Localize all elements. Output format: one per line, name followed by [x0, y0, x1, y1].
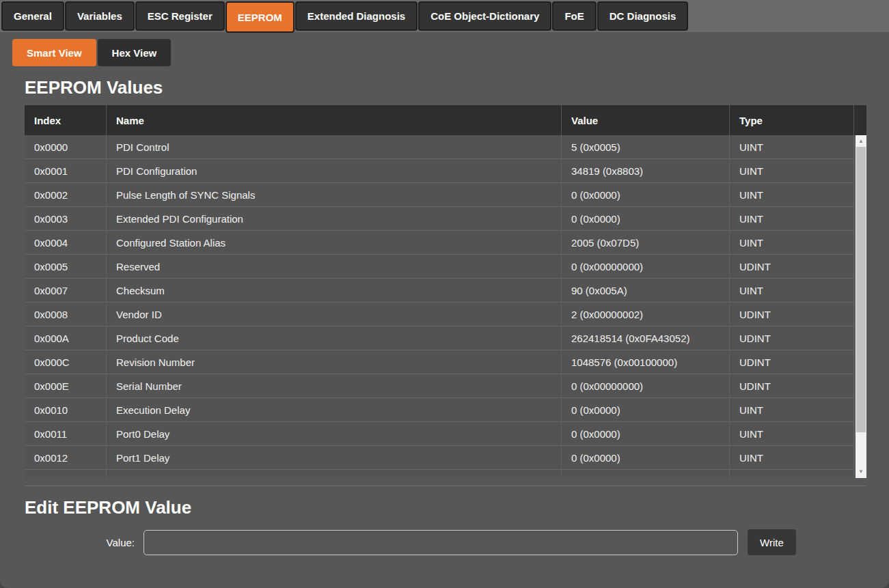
cell-value: 0 (0x0000) [562, 446, 730, 469]
cell-name: Product Code [107, 326, 562, 350]
cell-name: Vendor ID [107, 303, 562, 326]
cell-value: 262418514 (0x0FA43052) [562, 326, 730, 350]
tab-eeprom[interactable]: EEPROM [225, 1, 295, 33]
app-window: GeneralVariablesESC RegisterEEPROMExtend… [0, 0, 889, 588]
cell-value: 0 (0x00000000) [562, 374, 730, 397]
cell-name: Reserved [107, 470, 562, 478]
column-header-name: Name [107, 105, 562, 135]
cell-index: 0x0002 [25, 183, 107, 206]
tab-extended-diagnosis[interactable]: Extended Diagnosis [295, 1, 418, 31]
table-row[interactable]: 0x0004Configured Station Alias2005 (0x07… [25, 231, 854, 255]
table-scrollbar[interactable]: ▲ ▼ [856, 135, 866, 478]
table-header: Index Name Value Type [25, 105, 866, 135]
cell-index: 0x0003 [25, 207, 107, 230]
view-toggle: Smart ViewHex View [12, 39, 889, 66]
table-row[interactable]: 0x0007Checksum90 (0x005A)UINT [25, 279, 854, 303]
cell-index: 0x0011 [25, 422, 107, 445]
cell-type: UINT [730, 183, 854, 206]
write-button[interactable]: Write [748, 529, 796, 555]
table-row[interactable]: 0x0010Execution Delay0 (0x0000)UINT [25, 398, 854, 422]
value-input[interactable] [143, 530, 738, 555]
cell-type: UINT [730, 470, 854, 478]
cell-type: UINT [730, 279, 854, 302]
cell-value: 0 (0x00000000) [562, 255, 730, 278]
cell-name: Checksum [107, 279, 562, 302]
cell-name: Extended PDI Configuration [107, 207, 562, 230]
cell-name: PDI Control [107, 135, 562, 158]
cell-type: UINT [730, 422, 854, 445]
cell-index: 0x000A [25, 326, 107, 350]
cell-type: UDINT [730, 374, 854, 397]
column-header-value: Value [562, 105, 730, 135]
table-row[interactable]: 0x000AProduct Code262418514 (0x0FA43052)… [25, 326, 854, 350]
cell-value: 0 (0x0000) [562, 422, 730, 445]
cell-index: 0x0007 [25, 279, 107, 302]
cell-name: Pulse Length of SYNC Signals [107, 183, 562, 206]
scroll-up-button[interactable]: ▲ [856, 136, 866, 147]
cell-index: 0x0008 [25, 303, 107, 326]
cell-type: UINT [730, 398, 854, 421]
edit-eeprom-form: Value: Write [25, 529, 889, 555]
cell-index: 0x0004 [25, 231, 107, 254]
column-header-index: Index [25, 105, 107, 135]
cell-value: 0 (0x0000) [562, 207, 730, 230]
tab-bar: GeneralVariablesESC RegisterEEPROMExtend… [0, 0, 889, 32]
cell-value: 1048576 (0x00100000) [562, 350, 730, 374]
table-row[interactable]: 0x000CRevision Number1048576 (0x00100000… [25, 350, 854, 374]
cell-type: UDINT [730, 350, 854, 374]
cell-index: 0x0001 [25, 159, 107, 182]
table-row[interactable]: 0x000ESerial Number0 (0x00000000)UDINT [25, 374, 854, 398]
view-button-smart-view[interactable]: Smart View [12, 39, 96, 66]
cell-type: UINT [730, 231, 854, 254]
cell-index: 0x000E [25, 374, 107, 397]
cell-index: 0x0010 [25, 398, 107, 421]
table-row[interactable]: 0x0012Port1 Delay0 (0x0000)UINT [25, 446, 854, 470]
cell-value: 2005 (0x07D5) [562, 231, 730, 254]
table-row[interactable]: 0x0001PDI Configuration34819 (0x8803)UIN… [25, 159, 854, 183]
scrollbar-thumb[interactable] [856, 147, 866, 432]
tab-coe-object-dictionary[interactable]: CoE Object-Dictionary [418, 1, 551, 31]
tab-variables[interactable]: Variables [65, 1, 135, 31]
tab-general[interactable]: General [1, 1, 64, 31]
table-row[interactable]: 0x0003Extended PDI Configuration0 (0x000… [25, 207, 854, 231]
cell-value: 5 (0x0005) [562, 135, 730, 158]
cell-index: 0x000C [25, 350, 107, 374]
cell-value: 0 (0x0000) [562, 470, 730, 478]
tab-dc-diagnosis[interactable]: DC Diagnosis [597, 1, 689, 31]
table-row[interactable]: 0x0013Reserved0 (0x0000)UINT [25, 470, 854, 478]
cell-type: UINT [730, 207, 854, 230]
view-button-hex-view[interactable]: Hex View [98, 39, 172, 66]
cell-type: UDINT [730, 303, 854, 326]
cell-index: 0x0012 [25, 446, 107, 469]
cell-index: 0x0013 [25, 470, 107, 478]
table-row[interactable]: 0x0005Reserved0 (0x00000000)UDINT [25, 255, 854, 279]
table-row[interactable]: 0x0000PDI Control5 (0x0005)UINT [25, 135, 854, 159]
table-row[interactable]: 0x0011Port0 Delay0 (0x0000)UINT [25, 422, 854, 446]
cell-name: PDI Configuration [107, 159, 562, 182]
cell-value: 2 (0x00000002) [562, 303, 730, 326]
table-body: 0x0000PDI Control5 (0x0005)UINT0x0001PDI… [25, 135, 866, 478]
tab-foe[interactable]: FoE [552, 1, 596, 31]
cell-value: 0 (0x0000) [562, 183, 730, 206]
table-row[interactable]: 0x0002Pulse Length of SYNC Signals0 (0x0… [25, 183, 854, 207]
cell-value: 0 (0x0000) [562, 398, 730, 421]
table-row[interactable]: 0x0008Vendor ID2 (0x00000002)UDINT [25, 303, 854, 326]
cell-name: Serial Number [107, 374, 562, 397]
cell-name: Configured Station Alias [107, 231, 562, 254]
cell-type: UDINT [730, 326, 854, 350]
cell-type: UINT [730, 135, 854, 158]
tab-esc-register[interactable]: ESC Register [135, 1, 225, 31]
column-header-type: Type [730, 105, 854, 135]
cell-name: Port0 Delay [107, 422, 562, 445]
eeprom-table: Index Name Value Type 0x0000PDI Control5… [25, 105, 866, 478]
cell-name: Execution Delay [107, 398, 562, 421]
cell-type: UINT [730, 159, 854, 182]
cell-name: Reserved [107, 255, 562, 278]
cell-index: 0x0000 [25, 135, 107, 158]
scroll-down-button[interactable]: ▼ [856, 466, 866, 477]
edit-eeprom-title: Edit EEPROM Value [25, 496, 889, 519]
table-rows: 0x0000PDI Control5 (0x0005)UINT0x0001PDI… [25, 135, 854, 478]
cell-type: UINT [730, 446, 854, 469]
cell-name: Revision Number [107, 350, 562, 374]
cell-type: UDINT [730, 255, 854, 278]
